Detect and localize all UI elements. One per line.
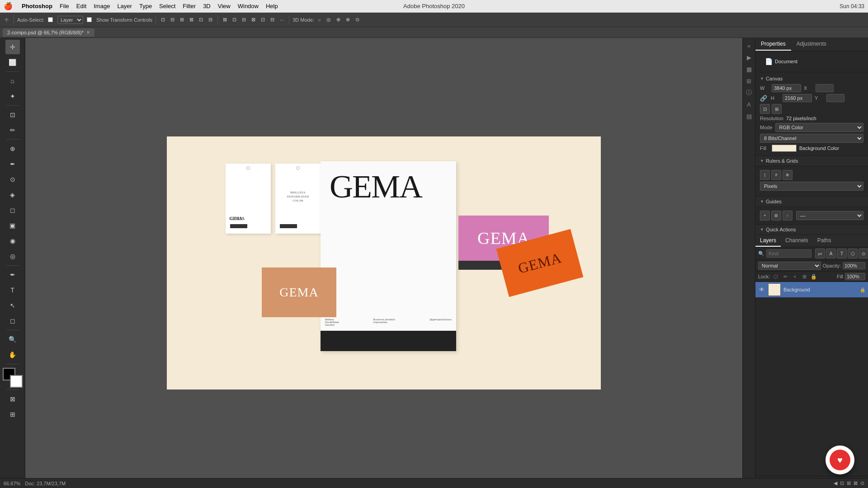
tab-channels[interactable]: Channels (781, 235, 813, 247)
distribute-bottom[interactable]: ⊟ (269, 16, 276, 23)
distribute-top[interactable]: ⊠ (250, 16, 257, 23)
align-center-v[interactable]: ⊡ (197, 16, 205, 23)
3d-mode-btn1[interactable]: ○ (316, 16, 323, 23)
auto-select-checkbox[interactable] (46, 16, 56, 23)
background-color[interactable] (10, 375, 23, 388)
rulers-grids-header[interactable]: ▼ Rulers & Grids (755, 156, 868, 166)
lock-position[interactable]: + (791, 272, 799, 281)
menu-edit[interactable]: Edit (73, 2, 90, 10)
x-input[interactable] (816, 84, 834, 92)
menu-filter[interactable]: Filter (179, 2, 199, 10)
3d-mode-btn4[interactable]: ⊗ (344, 16, 352, 23)
ruler-icon-2[interactable]: # (771, 170, 781, 180)
pixels-select[interactable]: Pixels Inches Centimeters (760, 182, 863, 191)
tool-gradient[interactable]: ▣ (5, 218, 20, 233)
more-options[interactable]: ··· (278, 16, 286, 23)
3d-mode-btn3[interactable]: ⊕ (335, 16, 342, 23)
menu-3d[interactable]: 3D (199, 2, 214, 10)
menu-layer[interactable]: Layer (113, 2, 136, 10)
ruler-icon-1[interactable]: | (760, 170, 770, 180)
quick-actions-header[interactable]: ▼ Quick Actions (755, 225, 868, 235)
distribute-left[interactable]: ⊠ (221, 16, 229, 23)
tool-clone[interactable]: ⊙ (5, 172, 20, 187)
right-icon-gradient2[interactable]: ▤ (744, 111, 754, 121)
menu-window[interactable]: Window (234, 2, 262, 10)
opacity-input[interactable] (843, 262, 865, 269)
status-icon-5[interactable]: ⊙ (860, 480, 864, 486)
3d-mode-btn2[interactable]: ◎ (325, 16, 333, 23)
width-input[interactable] (772, 84, 801, 92)
tool-mode-toggle[interactable]: ⊠ (5, 392, 20, 406)
tab-close-icon[interactable]: ✕ (86, 30, 90, 35)
y-input[interactable] (826, 94, 844, 102)
tool-lasso[interactable]: ⌂ (5, 74, 20, 88)
align-center-h[interactable]: ⊟ (169, 16, 176, 23)
right-icon-layers-view[interactable]: ▦ (744, 64, 754, 74)
transform-check[interactable] (87, 17, 92, 22)
tool-blur[interactable]: ◉ (5, 234, 20, 248)
layer-background[interactable]: 👁 Background 🔒 (755, 282, 868, 297)
layer-filter-adj[interactable]: A (826, 249, 836, 258)
tab-properties[interactable]: Properties (755, 38, 791, 51)
tool-hand[interactable]: ✋ (5, 347, 20, 362)
tool-crop[interactable]: ⊡ (5, 108, 20, 122)
fill-color-swatch[interactable] (772, 145, 797, 152)
tool-dodge[interactable]: ◎ (5, 249, 20, 263)
layer-filter-shape[interactable]: ⬡ (848, 249, 858, 258)
apple-menu[interactable]: 🍎 (4, 2, 13, 10)
menu-select[interactable]: Select (156, 2, 179, 10)
right-icon-type[interactable]: A (744, 99, 754, 109)
lock-transparent[interactable]: ⬡ (772, 272, 780, 281)
layer-visibility-icon[interactable]: 👁 (758, 286, 765, 293)
tool-marquee[interactable]: ⬜ (5, 55, 20, 70)
tool-history[interactable]: ◈ (5, 188, 20, 202)
guides-header[interactable]: ▼ Guides (755, 197, 868, 207)
canvas-header[interactable]: ▼ Canvas (760, 76, 863, 81)
show-transform-checkbox[interactable] (85, 16, 94, 23)
guide-icon-3[interactable]: ↑ (783, 211, 793, 221)
tool-eraser[interactable]: ◻ (5, 203, 20, 217)
auto-select-check[interactable] (48, 17, 53, 22)
height-input[interactable] (783, 94, 812, 102)
right-icon-expand[interactable]: « (744, 41, 754, 51)
guide-style-select[interactable]: — ··· (796, 211, 863, 220)
menu-photoshop[interactable]: Photoshop (18, 2, 56, 10)
status-icon-1[interactable]: ◀ (834, 480, 837, 486)
align-top[interactable]: ⊠ (188, 16, 195, 23)
fill-layer-input[interactable] (845, 273, 865, 280)
tab-adjustments[interactable]: Adjustments (791, 38, 832, 51)
align-left[interactable]: ⊡ (159, 16, 167, 23)
lock-image[interactable]: ✏ (781, 272, 789, 281)
align-right[interactable]: ⊞ (178, 16, 186, 23)
tool-text[interactable]: T (5, 283, 20, 297)
layers-search-input[interactable] (766, 249, 811, 258)
3d-mode-btn5[interactable]: ⊙ (354, 16, 361, 23)
mode-select[interactable]: RGB Color CMYK Color Grayscale (775, 123, 863, 132)
layer-filter-type[interactable]: T (837, 249, 847, 258)
tool-move[interactable]: ✛ (5, 40, 20, 54)
tab-layers[interactable]: Layers (755, 235, 781, 247)
lock-artboard[interactable]: ⊞ (800, 272, 808, 281)
align-bottom[interactable]: ⊟ (207, 16, 214, 23)
right-icon-info[interactable]: ⓘ (744, 88, 754, 98)
distribute-center-v[interactable]: ⊡ (259, 16, 267, 23)
menu-image[interactable]: Image (90, 2, 113, 10)
tool-eyedropper[interactable]: ✏ (5, 123, 20, 137)
right-icon-arrow[interactable]: ▶ (744, 52, 754, 62)
layer-filter-px[interactable]: px (815, 249, 825, 258)
record-button[interactable]: ♥ (826, 446, 854, 474)
ruler-icon-3[interactable]: ⊕ (783, 170, 793, 180)
canvas-area[interactable]: GEMA BRILLEZADURABILIDADCOLOR GEMA Belle… (25, 38, 742, 488)
blend-mode-select[interactable]: Normal Multiply Screen Overlay (758, 262, 821, 270)
tool-shape[interactable]: ◻ (5, 314, 20, 328)
status-icon-2[interactable]: ⊡ (840, 480, 844, 486)
menu-type[interactable]: Type (136, 2, 156, 10)
tool-healing[interactable]: ⊕ (5, 141, 20, 156)
status-icon-4[interactable]: ⊠ (854, 480, 858, 486)
toolbar-move-icon[interactable]: ⊹ (3, 16, 10, 23)
color-swatch[interactable] (3, 368, 23, 388)
right-icon-table[interactable]: ⊞ (744, 76, 754, 86)
layer-filter-smart[interactable]: ⊙ (859, 249, 868, 258)
tool-pen[interactable]: ✒ (5, 267, 20, 282)
document-row[interactable]: 📄 Document (760, 55, 863, 68)
